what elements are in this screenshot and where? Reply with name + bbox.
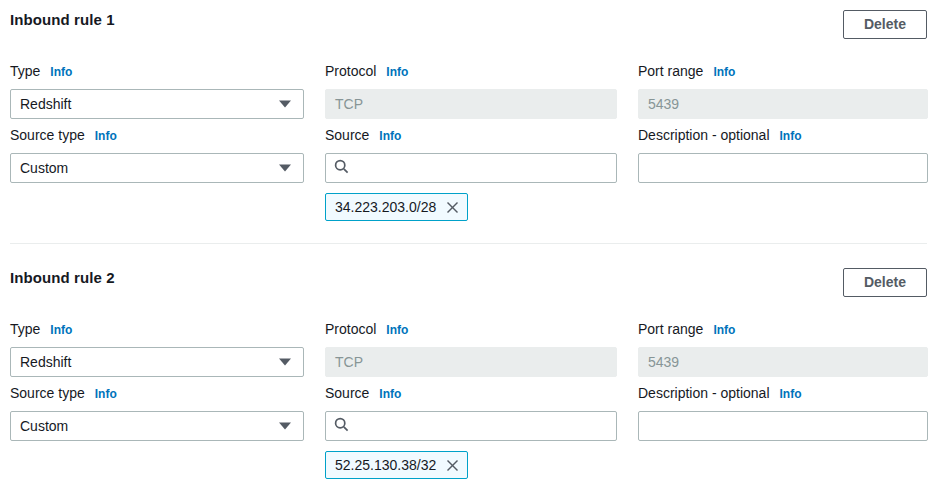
rule-title: Inbound rule 2 bbox=[10, 267, 115, 286]
port-range-label: Port range bbox=[638, 63, 703, 79]
source-info-link[interactable]: Info bbox=[379, 129, 401, 143]
protocol-field: Protocol Info TCP bbox=[325, 321, 617, 377]
source-type-field: Source type Info Custom bbox=[10, 385, 304, 479]
source-search-box[interactable] bbox=[325, 153, 617, 183]
source-type-info-link[interactable]: Info bbox=[95, 129, 117, 143]
source-type-select[interactable]: Custom bbox=[10, 411, 304, 441]
description-label: Description - optional bbox=[638, 127, 770, 143]
chevron-down-icon bbox=[279, 358, 291, 366]
type-label-row: Type Info bbox=[10, 321, 304, 338]
protocol-field: Protocol Info TCP bbox=[325, 63, 617, 119]
description-input[interactable] bbox=[638, 411, 928, 441]
source-type-label-row: Source type Info bbox=[10, 127, 304, 144]
close-icon[interactable] bbox=[445, 458, 460, 473]
description-info-link[interactable]: Info bbox=[780, 129, 802, 143]
protocol-info-link[interactable]: Info bbox=[386, 323, 408, 337]
type-select-value: Redshift bbox=[20, 96, 71, 112]
source-field: Source Info 52.25.130.38/32 bbox=[325, 385, 617, 479]
rule-divider bbox=[10, 243, 927, 244]
inbound-rule-1-section: Inbound rule 1 Delete Type Info Redshift bbox=[10, 9, 927, 229]
source-cidr-token: 52.25.130.38/32 bbox=[325, 451, 468, 479]
search-icon bbox=[334, 159, 349, 178]
search-icon bbox=[334, 417, 349, 436]
rule-title: Inbound rule 1 bbox=[10, 9, 115, 28]
protocol-label-row: Protocol Info bbox=[325, 63, 617, 80]
source-cidr-token: 34.223.203.0/28 bbox=[325, 193, 468, 221]
source-field: Source Info 34.223.203.0/28 bbox=[325, 127, 617, 221]
source-cidr-token-label: 34.223.203.0/28 bbox=[335, 199, 436, 215]
protocol-value: TCP bbox=[325, 89, 617, 119]
source-type-select[interactable]: Custom bbox=[10, 153, 304, 183]
description-label-row: Description - optional Info bbox=[638, 127, 928, 144]
type-select-value: Redshift bbox=[20, 354, 71, 370]
description-field: Description - optional Info bbox=[638, 385, 928, 479]
type-info-link[interactable]: Info bbox=[50, 323, 72, 337]
rule-header: Inbound rule 1 Delete bbox=[10, 9, 927, 47]
description-info-link[interactable]: Info bbox=[780, 387, 802, 401]
source-type-select-value: Custom bbox=[20, 418, 68, 434]
type-label-row: Type Info bbox=[10, 63, 304, 80]
source-type-field: Source type Info Custom bbox=[10, 127, 304, 221]
protocol-label: Protocol bbox=[325, 63, 376, 79]
source-search-box[interactable] bbox=[325, 411, 617, 441]
port-range-value: 5439 bbox=[638, 89, 928, 119]
source-label-row: Source Info bbox=[325, 385, 617, 402]
source-label-row: Source Info bbox=[325, 127, 617, 144]
protocol-label-row: Protocol Info bbox=[325, 321, 617, 338]
source-type-select-value: Custom bbox=[20, 160, 68, 176]
chevron-down-icon bbox=[279, 422, 291, 430]
delete-rule-button[interactable]: Delete bbox=[843, 268, 927, 297]
source-info-link[interactable]: Info bbox=[379, 387, 401, 401]
rule-fields-grid: Type Info Redshift Protocol Info TCP bbox=[10, 63, 927, 229]
chevron-down-icon bbox=[279, 100, 291, 108]
port-range-field: Port range Info 5439 bbox=[638, 63, 928, 119]
type-label: Type bbox=[10, 321, 40, 337]
protocol-label: Protocol bbox=[325, 321, 376, 337]
type-select[interactable]: Redshift bbox=[10, 89, 304, 119]
port-range-label-row: Port range Info bbox=[638, 321, 928, 338]
port-range-label-row: Port range Info bbox=[638, 63, 928, 80]
chevron-down-icon bbox=[279, 164, 291, 172]
rule-fields-grid: Type Info Redshift Protocol Info TCP bbox=[10, 321, 927, 482]
delete-rule-button[interactable]: Delete bbox=[843, 10, 927, 39]
protocol-info-link[interactable]: Info bbox=[386, 65, 408, 79]
source-input[interactable] bbox=[356, 160, 608, 176]
type-field: Type Info Redshift bbox=[10, 321, 304, 377]
description-label: Description - optional bbox=[638, 385, 770, 401]
close-icon[interactable] bbox=[445, 200, 460, 215]
source-type-label-row: Source type Info bbox=[10, 385, 304, 402]
port-range-value: 5439 bbox=[638, 347, 928, 377]
port-range-info-link[interactable]: Info bbox=[713, 65, 735, 79]
protocol-value: TCP bbox=[325, 347, 617, 377]
source-type-info-link[interactable]: Info bbox=[95, 387, 117, 401]
inbound-rules-form: Inbound rule 1 Delete Type Info Redshift bbox=[0, 0, 939, 482]
port-range-info-link[interactable]: Info bbox=[713, 323, 735, 337]
rule-header: Inbound rule 2 Delete bbox=[10, 267, 927, 305]
type-select[interactable]: Redshift bbox=[10, 347, 304, 377]
type-label: Type bbox=[10, 63, 40, 79]
source-type-label: Source type bbox=[10, 127, 85, 143]
source-input[interactable] bbox=[356, 418, 608, 434]
type-info-link[interactable]: Info bbox=[50, 65, 72, 79]
description-field: Description - optional Info bbox=[638, 127, 928, 221]
source-label: Source bbox=[325, 385, 369, 401]
source-label: Source bbox=[325, 127, 369, 143]
type-field: Type Info Redshift bbox=[10, 63, 304, 119]
port-range-field: Port range Info 5439 bbox=[638, 321, 928, 377]
inbound-rule-2-section: Inbound rule 2 Delete Type Info Redshift bbox=[10, 267, 927, 482]
description-input[interactable] bbox=[638, 153, 928, 183]
port-range-label: Port range bbox=[638, 321, 703, 337]
description-label-row: Description - optional Info bbox=[638, 385, 928, 402]
source-cidr-token-label: 52.25.130.38/32 bbox=[335, 457, 436, 473]
source-type-label: Source type bbox=[10, 385, 85, 401]
